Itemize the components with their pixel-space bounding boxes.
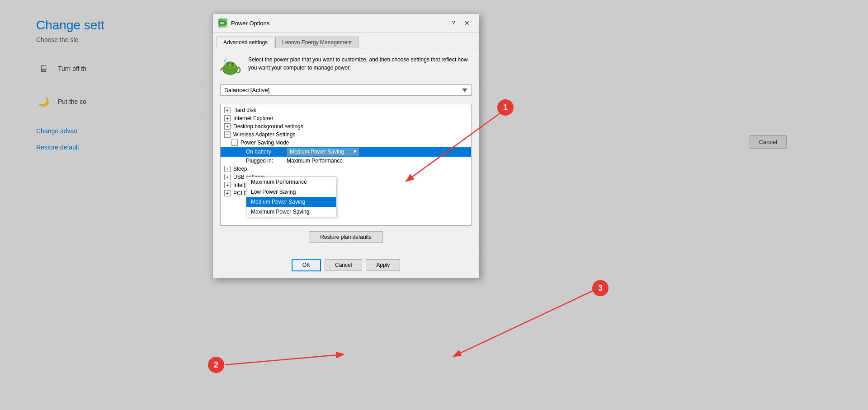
pluggedin-label: Plugged in: [246, 158, 287, 164]
expand-wireless[interactable]: − [224, 131, 231, 138]
close-button[interactable]: ✕ [461, 18, 473, 28]
tree-row-on-battery: On battery: Medium Power Saving ▼ [221, 147, 471, 157]
tree-item-ie[interactable]: + Internet Explorer [221, 114, 471, 122]
on-battery-dropdown-wrap: Medium Power Saving ▼ [287, 148, 359, 156]
info-icon-container: ⚡ [220, 56, 242, 77]
svg-rect-1 [226, 23, 227, 24]
tree-item-powersavingmode[interactable]: − Power Saving Mode [221, 139, 471, 147]
expand-sleep[interactable]: + [224, 166, 231, 172]
expand-powersaving[interactable]: − [231, 140, 238, 146]
expand-desktop[interactable]: + [224, 123, 231, 130]
svg-text:⚡: ⚡ [228, 63, 232, 67]
restore-plan-defaults-button[interactable]: Restore plan defaults [309, 231, 382, 243]
plan-dropdown-wrapper: Balanced [Active] Power saver High perfo… [220, 84, 472, 100]
expand-intel[interactable]: + [224, 182, 231, 188]
dialog-footer: OK Cancel Apply [213, 254, 479, 278]
power-icon-svg [218, 19, 227, 28]
battery-dropdown-popup: Maximum Performance Low Power Saving Med… [246, 177, 336, 217]
settings-tree-scroll[interactable]: + Hard disk + Internet Explorer + Deskto… [221, 104, 471, 225]
tab-lenovo-energy[interactable]: Lenovo Energy Management [275, 37, 359, 48]
titlebar-controls: ? ✕ [447, 18, 473, 28]
help-button[interactable]: ? [447, 18, 460, 28]
annotation-1: 1 [497, 99, 514, 116]
expand-pci[interactable]: + [224, 190, 231, 196]
pluggedin-value: Maximum Performance [287, 158, 343, 164]
cancel-dialog-button[interactable]: Cancel [325, 259, 362, 271]
power-options-dialog: Power Options ? ✕ Advanced settings Leno… [212, 14, 479, 278]
tree-label-ie: Internet Explorer [233, 115, 274, 121]
ok-button[interactable]: OK [292, 259, 321, 271]
svg-point-6 [224, 60, 226, 62]
on-battery-select[interactable]: Medium Power Saving [287, 148, 359, 156]
annotation-3: 3 [592, 280, 609, 296]
kettle-icon-svg: ⚡ [220, 56, 242, 77]
option-max-performance[interactable]: Maximum Performance [246, 177, 336, 187]
info-box: ⚡ Select the power plan that you want to… [220, 56, 472, 77]
expand-usb[interactable]: + [224, 174, 231, 180]
info-description: Select the power plan that you want to c… [248, 56, 472, 72]
dialog-content: ⚡ Select the power plan that you want to… [213, 48, 479, 254]
option-medium-power[interactable]: Medium Power Saving [246, 197, 336, 207]
tree-label-desktop: Desktop background settings [233, 123, 303, 130]
on-battery-label: On battery: [246, 149, 287, 155]
apply-button[interactable]: Apply [366, 259, 400, 271]
settings-tree-container: + Hard disk + Internet Explorer + Deskto… [220, 104, 472, 226]
dialog-title: Power Options [231, 20, 447, 27]
tree-label-sleep: Sleep [233, 166, 247, 172]
expand-ie[interactable]: + [224, 115, 231, 121]
annotation-2: 2 [208, 357, 224, 373]
svg-point-7 [226, 59, 227, 60]
power-options-icon [218, 19, 227, 28]
tab-advanced-settings[interactable]: Advanced settings [217, 37, 274, 48]
option-low-power[interactable]: Low Power Saving [246, 187, 336, 197]
tab-bar: Advanced settings Lenovo Energy Manageme… [213, 33, 479, 48]
tree-item-harddisk[interactable]: + Hard disk [221, 106, 471, 114]
tree-label-powersavingmode: Power Saving Mode [241, 140, 289, 146]
tree-row-pluggedin: Plugged in: Maximum Performance [221, 157, 471, 165]
tree-item-wireless[interactable]: − Wireless Adapter Settings [221, 130, 471, 139]
tree-label-wireless: Wireless Adapter Settings [233, 131, 295, 138]
dialog-titlebar: Power Options ? ✕ [213, 14, 479, 33]
expand-harddisk[interactable]: + [224, 107, 231, 113]
tree-label-harddisk: Hard disk [233, 107, 256, 113]
option-max-power[interactable]: Maximum Power Saving [246, 207, 336, 217]
tree-item-sleep[interactable]: + Sleep [221, 165, 471, 173]
tree-item-desktop[interactable]: + Desktop background settings [221, 122, 471, 130]
plan-dropdown[interactable]: Balanced [Active] Power saver High perfo… [220, 84, 472, 96]
